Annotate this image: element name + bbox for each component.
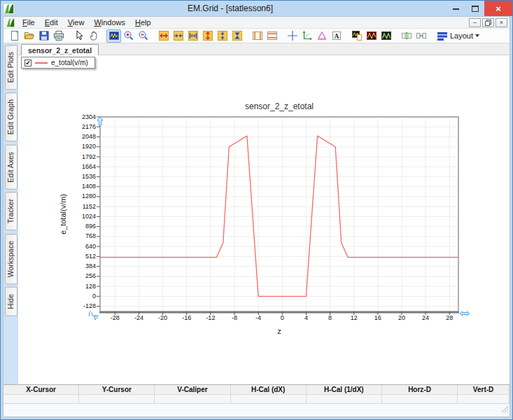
- emgrid-logo-icon: [3, 4, 14, 14]
- side-tab-hide[interactable]: Hide: [5, 287, 17, 316]
- new-file-button[interactable]: [7, 29, 22, 43]
- y-tick-label: 1280: [69, 192, 96, 200]
- axis-handle-top-left[interactable]: [97, 117, 103, 125]
- mdi-close-button[interactable]: ×: [496, 18, 507, 27]
- cursor-value: [382, 394, 457, 403]
- close-button[interactable]: ×: [484, 1, 512, 16]
- select-cursor-button[interactable]: [71, 29, 86, 43]
- y-tick-label: 1536: [69, 173, 96, 180]
- cursor-header: Vert-D: [458, 385, 509, 394]
- horizontal-calipers-icon: [267, 30, 278, 41]
- x-tick-label: 28: [435, 314, 463, 321]
- side-tab-strip: Edit PlotsEdit GraphEdit AxesTrackerWork…: [3, 43, 18, 384]
- select-cursor-icon: [73, 30, 85, 41]
- chart-title: sensor_2_z_etotal: [100, 102, 458, 111]
- menu-view[interactable]: View: [63, 18, 90, 27]
- menu-help[interactable]: Help: [130, 18, 156, 27]
- mdi-minimize-button[interactable]: –: [469, 18, 481, 27]
- expand-horizontal-button[interactable]: [156, 29, 171, 43]
- y-tick-label: 1792: [69, 153, 96, 160]
- zoom-region-button[interactable]: [106, 29, 121, 43]
- add-text-icon: A: [331, 30, 342, 41]
- minimize-button[interactable]: [447, 1, 465, 16]
- menu-edit[interactable]: Edit: [40, 18, 63, 27]
- x-axis-label: z: [100, 327, 458, 335]
- mdi-window-controls: – ×: [469, 18, 510, 27]
- zoom-in-icon: [123, 30, 134, 41]
- compress-vertical-button[interactable]: [215, 29, 230, 43]
- legend: ✔ e_total(v/m): [21, 57, 95, 69]
- chevron-down-icon: [475, 34, 479, 37]
- side-tab-edit-graph[interactable]: Edit Graph: [5, 92, 17, 141]
- pan-hand-icon: [88, 30, 99, 41]
- toolbar: ALayout: [3, 29, 510, 43]
- space-horizontal-icon: [416, 30, 427, 41]
- side-tab-edit-axes[interactable]: Edit Axes: [5, 145, 17, 190]
- zoom-in-button[interactable]: [121, 29, 136, 43]
- cursor-value: [458, 394, 509, 403]
- y-tick-label: 1152: [69, 203, 96, 210]
- add-text-button[interactable]: A: [329, 29, 344, 43]
- save-file-button[interactable]: [36, 29, 51, 43]
- plot-area[interactable]: [100, 117, 458, 312]
- menu-file[interactable]: File: [17, 18, 40, 27]
- crosshair-icon: [287, 30, 298, 41]
- zoom-region-icon: [108, 30, 120, 41]
- vertical-calipers-button[interactable]: [250, 29, 265, 43]
- side-tab-tracker[interactable]: Tracker: [5, 192, 17, 230]
- maximize-button[interactable]: [465, 1, 484, 16]
- side-tab-edit-plots[interactable]: Edit Plots: [5, 45, 17, 90]
- delta-marker-button[interactable]: [314, 29, 329, 43]
- layout-label: Layout: [450, 31, 473, 40]
- document-icon: [6, 18, 15, 27]
- horizontal-calipers-button[interactable]: [265, 29, 279, 43]
- menu-windows[interactable]: Windows: [89, 18, 130, 27]
- plot-style-dark-button[interactable]: [379, 29, 393, 43]
- print-icon: [53, 30, 64, 41]
- cursor-col-v-caliper: V-Caliper: [155, 385, 230, 403]
- cursor-col-horz-d: Horz-D: [382, 385, 458, 403]
- axis-handle-bottom-left[interactable]: [89, 311, 98, 320]
- fit-vertical-icon: [232, 30, 243, 41]
- plot-style-red-button[interactable]: [364, 29, 379, 43]
- fit-vertical-button[interactable]: [230, 29, 244, 43]
- copy-plot-button[interactable]: [349, 29, 364, 43]
- compress-horizontal-button[interactable]: [171, 29, 185, 43]
- legend-line-sample: [35, 62, 48, 64]
- y-tick-label: 384: [69, 262, 96, 270]
- menu-bar: FileEditViewWindowsHelp – ×: [3, 17, 510, 29]
- tab-sensor-2-z-etotal[interactable]: sensor_2_z_etotal: [21, 44, 99, 55]
- open-file-button[interactable]: [22, 29, 36, 43]
- pan-hand-button[interactable]: [86, 29, 101, 43]
- window-title: EM.Grid - [statlesson6]: [14, 4, 447, 13]
- legend-checkbox[interactable]: ✔: [24, 59, 31, 66]
- y-tick-label: 2176: [69, 123, 96, 130]
- y-tick-label: 1024: [69, 213, 96, 220]
- mdi-restore-button[interactable]: [482, 18, 494, 27]
- layout-dropdown-button[interactable]: Layout: [434, 29, 482, 42]
- y-tick-label: 640: [69, 243, 96, 250]
- space-vertical-button[interactable]: [399, 29, 414, 43]
- expand-vertical-button[interactable]: [200, 29, 215, 43]
- cursor-header: X-Cursor: [3, 385, 78, 394]
- title-bar: EM.Grid - [statlesson6] ×: [1, 1, 512, 16]
- cursor-col-vert-d: Vert-D: [458, 385, 510, 403]
- zoom-out-button[interactable]: [136, 29, 150, 43]
- cursor-header: Y-Cursor: [79, 385, 154, 394]
- cursor-col-x-cursor: X-Cursor: [3, 385, 79, 403]
- cursor-value: [3, 394, 78, 403]
- fit-horizontal-button[interactable]: [185, 29, 200, 43]
- y-tick-label: -128: [69, 302, 96, 309]
- crosshair-button[interactable]: [285, 29, 300, 43]
- resize-grip[interactable]: [500, 403, 509, 416]
- side-tab-workspace[interactable]: Workspace: [5, 234, 17, 284]
- new-file-icon: [9, 30, 20, 41]
- print-button[interactable]: [51, 29, 66, 43]
- y-tick-label: 896: [69, 223, 96, 230]
- plot-page: ✔ e_total(v/m) sensor_2_z_etotal e_total…: [18, 55, 510, 384]
- status-bar: [3, 403, 510, 416]
- delta-marker-icon: [316, 30, 328, 41]
- tracker-axes-button[interactable]: [300, 29, 314, 43]
- space-horizontal-button[interactable]: [414, 29, 428, 43]
- cursor-readout-bar: X-CursorY-CursorV-CaliperH-Cal (dX)H-Cal…: [3, 384, 510, 403]
